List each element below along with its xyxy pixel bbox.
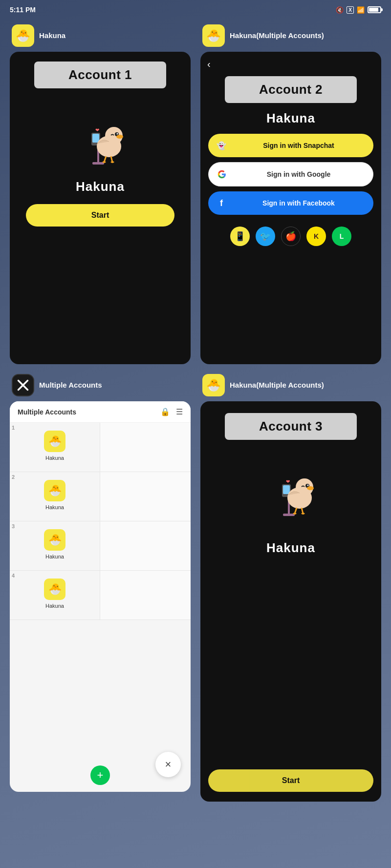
app-title-hakuna: Hakuna [39,31,65,40]
svg-text:❤: ❤ [95,127,99,133]
account2-screen: ‹ Account 2 Hakuna 👻 Sign in with Snapch… [200,52,381,364]
start-button-1[interactable]: Start [26,204,174,227]
brand-label-1: Hakuna [76,179,125,194]
twitter-signin-icon[interactable]: 🐦 [256,227,275,246]
account2-inner: Account 2 Hakuna 👻 Sign in with Snapchat… [200,52,381,364]
app-header-hakuna3: 🐣 Hakuna(Multiple Accounts) [200,374,381,396]
back-button[interactable]: ‹ [207,59,211,70]
account1-screen: Account 1 ❤ [10,52,191,364]
ma-cell-3-2[interactable] [100,521,191,570]
add-account-button[interactable]: + [90,765,110,785]
ma-hakuna-name-1: Hakuna [45,455,64,461]
account3-label: Account 3 [259,419,323,434]
ma-cell-4-2[interactable] [100,571,191,620]
top-row: 🐣 Hakuna Account 1 [0,20,391,369]
ma-screen-title: Multiple Accounts [18,408,76,416]
google-icon [217,169,227,180]
ma-hakuna-name-2: Hakuna [45,504,64,510]
svg-rect-3 [92,134,99,143]
duck-svg-1: ❤ [71,103,130,167]
ma-hakuna-icon-2: 🐣 [44,480,65,501]
row-number-4: 4 [12,573,15,579]
hakuna-app-icon: 🐣 [12,24,34,47]
app-header-hakuna2: 🐣 Hakuna(Multiple Accounts) [200,24,381,47]
facebook-icon: f [216,198,227,208]
ma-row-2: 2 🐣 Hakuna [10,472,191,521]
ma-cell-3-1[interactable]: 🐣 Hakuna [10,521,100,570]
ma-hakuna-name-4: Hakuna [45,603,64,609]
ma-hakuna-name-3: Hakuna [45,554,64,559]
ma-cell-4-1[interactable]: 🐣 Hakuna [10,571,100,620]
bottom-right-panel: 🐣 Hakuna(Multiple Accounts) Account 3 [196,369,386,806]
status-icons: 🔇 X 📶 [336,6,381,14]
phone-signin-icon[interactable]: 📱 [230,227,250,246]
battery-icon [368,6,381,13]
account3-inner: Account 3 ❤ [200,401,381,714]
svg-rect-1 [92,162,104,165]
ma-cell-2-2[interactable] [100,472,191,521]
ma-row-1: 1 🐣 Hakuna [10,423,191,472]
status-bar: 5:11 PM 🔇 X 📶 [0,0,391,20]
multiple-accounts-screen: Multiple Accounts 🔒 ☰ 1 🐣 Hakuna 2 [10,401,191,792]
close-button[interactable]: × [155,752,181,777]
snapchat-icon: 👻 [216,140,227,151]
kakao-signin-icon[interactable]: K [306,227,326,246]
x-icon [13,374,33,396]
ma-row-3: 3 🐣 Hakuna [10,521,191,571]
hakuna2-app-icon: 🐣 [202,24,225,47]
account1-label: Account 1 [68,67,132,82]
time-display: 5:11 PM [10,6,36,14]
app-header-hakuna: 🐣 Hakuna [10,24,191,47]
multiple-accounts-app-icon [12,374,34,396]
brand-label-2: Hakuna [266,111,315,126]
mascot-account1: ❤ [66,101,134,169]
ma-cell-1-2[interactable] [100,423,191,472]
row-number-2: 2 [12,474,15,480]
bottom-row: Multiple Accounts Multiple Accounts 🔒 ☰ … [0,369,391,811]
account1-inner: Account 1 ❤ [10,52,191,364]
add-icon: + [97,769,104,782]
account1-label-box: Account 1 [34,62,166,88]
mascot-account3: ❤ [257,453,325,521]
top-left-panel: 🐣 Hakuna Account 1 [5,20,196,369]
bottom-left-panel: Multiple Accounts Multiple Accounts 🔒 ☰ … [5,369,196,806]
ma-hakuna-icon-1: 🐣 [44,431,65,452]
sim-icon: X [347,6,354,14]
account3-screen: Account 3 ❤ [200,401,381,802]
svg-text:❤: ❤ [286,479,290,484]
lock-icon[interactable]: 🔒 [160,407,170,416]
svg-rect-16 [283,514,295,516]
social-icons-row: 📱 🐦 🍎 K L [230,227,351,246]
ma-hakuna-icon-3: 🐣 [44,529,65,551]
ma-hakuna-icon-4: 🐣 [44,579,65,600]
top-right-panel: 🐣 Hakuna(Multiple Accounts) ‹ Account 2 … [196,20,386,369]
menu-icon[interactable]: ☰ [176,407,183,416]
svg-point-9 [116,135,123,139]
duck-svg-3: ❤ [261,455,320,518]
svg-point-23 [307,485,309,486]
svg-point-8 [117,133,118,135]
app-title-hakuna2: Hakuna(Multiple Accounts) [230,31,324,40]
line-signin-icon[interactable]: L [332,227,351,246]
row-number-1: 1 [12,425,15,431]
app-title-ma: Multiple Accounts [39,381,102,390]
apple-signin-icon[interactable]: 🍎 [281,227,301,246]
signin-snapchat-button[interactable]: 👻 Sign in with Snapchat [208,134,373,157]
brand-label-3: Hakuna [266,540,315,556]
start-button-3[interactable]: Start [208,769,373,792]
signin-facebook-button[interactable]: f Sign in with Facebook [208,191,373,215]
account3-label-box: Account 3 [225,413,357,440]
account2-label: Account 2 [259,82,323,97]
ma-cell-2-1[interactable]: 🐣 Hakuna [10,472,100,521]
wifi-icon: 📶 [357,6,365,14]
app-header-ma: Multiple Accounts [10,374,191,396]
hakuna3-app-icon: 🐣 [202,374,225,396]
ma-cell-1-1[interactable]: 🐣 Hakuna [10,423,100,472]
svg-rect-18 [283,485,290,494]
row-number-3: 3 [12,523,15,529]
start-button-3-container: Start [208,769,373,792]
ma-screen-header: Multiple Accounts 🔒 ☰ [10,401,191,423]
signin-google-button[interactable]: Sign in with Google [208,162,373,186]
ma-header-icons: 🔒 ☰ [160,407,183,416]
account2-label-box: Account 2 [225,76,357,103]
